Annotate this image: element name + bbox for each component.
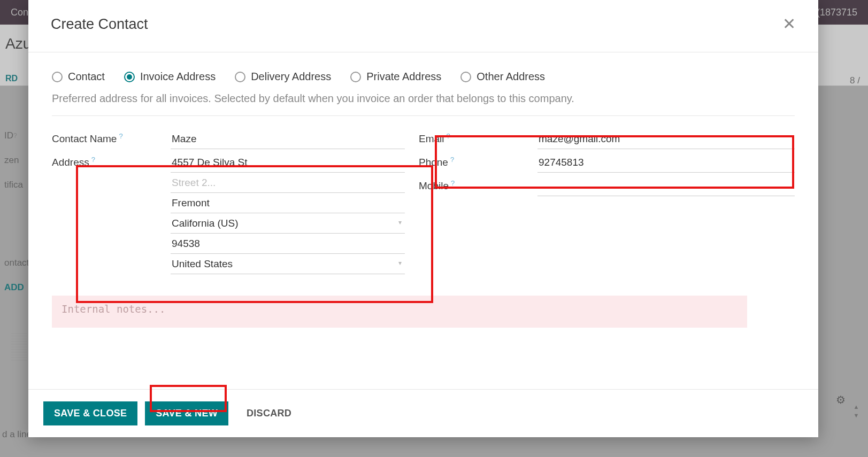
modal-header: Create Contact ✕ [28,0,818,52]
save-new-button[interactable]: SAVE & NEW [145,401,228,425]
close-icon[interactable]: ✕ [782,16,796,32]
modal-footer: SAVE & CLOSE SAVE & NEW DISCARD [28,389,818,437]
radio-private-address[interactable]: Private Address [350,71,441,83]
radio-other-label: Other Address [477,71,545,83]
radio-invoice-address[interactable]: Invoice Address [124,71,216,83]
create-contact-modal: Create Contact ✕ Contact Invoice Address… [28,0,818,437]
label-address: Address? [52,152,171,168]
phone-input[interactable] [537,152,795,173]
save-close-button[interactable]: SAVE & CLOSE [43,401,137,425]
country-select[interactable] [171,254,405,274]
modal-body: Contact Invoice Address Delivery Address… [28,52,818,389]
divider [52,115,795,116]
modal-title: Create Contact [51,16,148,33]
contact-name-input[interactable] [171,129,405,149]
label-email: Email? [419,129,537,145]
zip-input[interactable] [171,234,405,254]
radio-help-text: Preferred address for all invoices. Sele… [52,92,795,105]
radio-other-address[interactable]: Other Address [460,71,545,83]
label-mobile: Mobile? [419,176,537,192]
address-type-radio-group: Contact Invoice Address Delivery Address… [52,71,795,83]
radio-delivery-address[interactable]: Delivery Address [235,71,331,83]
street2-input[interactable] [171,173,405,193]
email-input[interactable] [537,129,795,149]
radio-contact[interactable]: Contact [52,71,105,83]
mobile-input[interactable] [537,176,795,196]
discard-button[interactable]: DISCARD [236,401,302,425]
street1-input[interactable] [171,152,405,173]
city-input[interactable] [171,193,405,213]
radio-private-label: Private Address [366,71,441,83]
label-contact-name: Contact Name? [52,129,171,145]
label-phone: Phone? [419,152,537,168]
radio-contact-label: Contact [68,71,105,83]
state-select[interactable] [171,213,405,234]
radio-delivery-label: Delivery Address [251,71,331,83]
internal-notes-input[interactable] [52,296,747,328]
radio-invoice-label: Invoice Address [140,71,216,83]
